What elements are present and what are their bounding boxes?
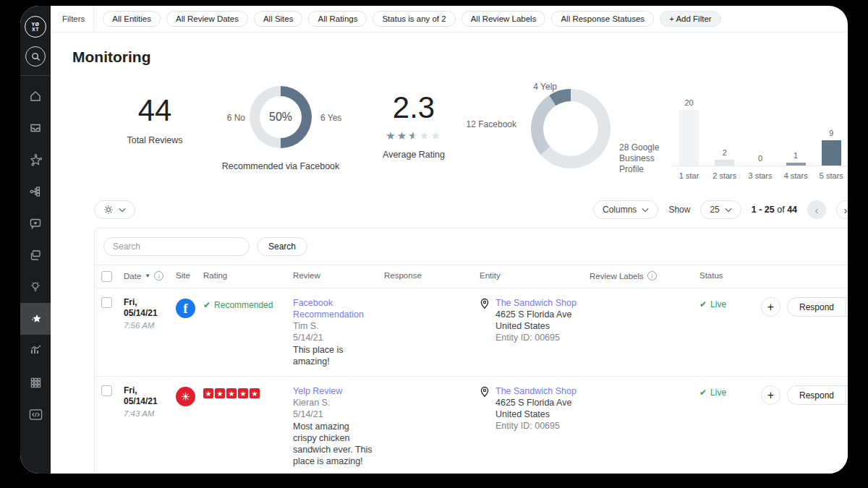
filter-chip-sites[interactable]: All Sites	[254, 11, 303, 27]
header-entity: Entity	[480, 271, 590, 280]
filter-chip-entities[interactable]: All Entities	[103, 11, 161, 27]
columns-label: Columns	[603, 205, 637, 215]
actions-cell: + Respond	[757, 385, 848, 405]
apps-grid-icon	[30, 377, 42, 389]
total-reviews-stat: 44 Total Reviews	[93, 93, 217, 145]
page-size-value: 25	[710, 205, 719, 215]
sidebar-search-button[interactable]	[25, 46, 46, 67]
average-rating-stars: ★★★★★★	[367, 129, 460, 142]
review-time: 7:43 AM	[124, 408, 176, 419]
filter-chip-status[interactable]: Status is any of 2	[373, 11, 455, 27]
add-label-button[interactable]: +	[761, 385, 780, 405]
bar-category-label: 3 stars	[742, 171, 778, 180]
entity-name-link[interactable]: The Sandwich Shop	[495, 297, 576, 309]
status-badge: Live	[710, 299, 726, 309]
header-status: Status	[699, 271, 757, 280]
sidebar-item-pages[interactable]	[20, 239, 51, 271]
check-icon: ✔	[699, 299, 707, 309]
inbox-icon	[29, 121, 42, 134]
filter-bar: Filters All Entities All Review Dates Al…	[51, 6, 848, 33]
sort-desc-icon: ▼	[145, 273, 150, 279]
sidebar-item-developer[interactable]	[20, 398, 51, 430]
search-input[interactable]	[103, 237, 250, 256]
filter-chip-review-labels[interactable]: All Review Labels	[461, 11, 546, 27]
filters-label: Filters	[62, 14, 85, 23]
respond-button[interactable]: Respond	[787, 385, 848, 405]
review-date: 5/14/21	[293, 332, 374, 343]
site-donut-hole	[543, 101, 598, 156]
recommended-no-label: 6 No	[213, 113, 245, 123]
table-settings-button[interactable]	[94, 200, 135, 219]
page-title: Monitoring	[72, 48, 848, 66]
hierarchy-icon	[29, 185, 42, 198]
next-page-button[interactable]: ›	[836, 200, 848, 219]
bar-category-label: 4 stars	[778, 171, 814, 180]
review-title-link[interactable]: Yelp Review	[293, 385, 374, 397]
filter-chip-response-statuses[interactable]: All Response Statuses	[551, 11, 654, 27]
respond-dropdown-button[interactable]	[846, 297, 848, 317]
sidebar-item-suggestions[interactable]	[20, 271, 51, 303]
bar: 20	[671, 98, 707, 166]
header-date[interactable]: Date ▼ i	[121, 271, 176, 281]
chevron-down-icon	[725, 207, 732, 213]
star-icon: ★★	[408, 129, 419, 142]
header-review-labels: Review Labels i	[590, 271, 699, 281]
check-icon: ✔	[699, 388, 707, 398]
entity-name-link[interactable]: The Sandwich Shop	[495, 385, 576, 397]
code-icon	[29, 408, 43, 421]
bar-category-label: 2 stars	[707, 171, 742, 180]
page-size-select[interactable]: 25	[700, 200, 741, 219]
respond-button[interactable]: Respond	[787, 297, 848, 317]
yext-logo-icon[interactable]: YØ XT	[25, 16, 46, 38]
pages-icon	[29, 249, 42, 262]
bar-category-label: 1 star	[671, 171, 707, 180]
header-rating: Rating	[203, 271, 293, 280]
table-controls: Columns Show 25 1 - 25 of 44 ‹ ›	[94, 200, 848, 219]
review-content: Most amazing crispy chicken sandwich eve…	[293, 421, 374, 467]
sidebar-item-apps[interactable]	[20, 367, 51, 398]
app-window: YØ XT	[20, 6, 848, 474]
sidebar-item-conversations[interactable]	[20, 207, 51, 239]
sidebar-item-home[interactable]	[20, 80, 51, 112]
date-info-icon[interactable]: i	[154, 271, 163, 281]
add-label-button[interactable]: +	[761, 297, 780, 317]
select-all-checkbox[interactable]	[101, 271, 112, 282]
bar-categories: 1 star2 stars3 stars4 stars5 stars	[671, 171, 848, 180]
sidebar-item-entities[interactable]	[20, 176, 51, 207]
respond-dropdown-button[interactable]	[846, 385, 848, 405]
columns-button[interactable]: Columns	[593, 200, 658, 219]
yelp-star-icon: ★	[238, 388, 248, 398]
filter-chip-review-dates[interactable]: All Review Dates	[166, 11, 248, 27]
logo-text: YØ	[31, 22, 39, 27]
review-title-link[interactable]: Facebook Recommendation	[293, 297, 374, 320]
row-checkbox[interactable]	[101, 385, 112, 396]
star-icon: ★	[386, 129, 396, 142]
search-button[interactable]: Search	[257, 237, 307, 256]
average-rating-stat: 2.3 ★★★★★★ Average Rating	[367, 90, 460, 160]
entity-cell: The Sandwich Shop 4625 S Florida Ave Uni…	[480, 297, 590, 343]
prev-page-button[interactable]: ‹	[807, 200, 826, 219]
table-header: Date ▼ i Site Rating Review Response Ent…	[95, 265, 848, 288]
filter-divider	[93, 6, 94, 33]
row-checkbox[interactable]	[101, 297, 112, 308]
sidebar-item-analytics[interactable]	[20, 335, 51, 367]
location-pin-icon	[480, 386, 490, 398]
sidebar-item-knowledge-graph[interactable]	[20, 144, 51, 176]
entity-cell: The Sandwich Shop 4625 S Florida Ave Uni…	[480, 385, 590, 432]
entity-address: 4625 S Florida Ave	[495, 309, 576, 320]
review-author: Tim S.	[293, 320, 374, 332]
add-filter-button[interactable]: + Add Filter	[660, 11, 721, 27]
knowledge-graph-icon	[29, 153, 43, 167]
date-cell: Fri,05/14/21 7:43 AM	[121, 385, 176, 419]
filter-chip-ratings[interactable]: All Ratings	[308, 11, 367, 27]
bar: 9	[814, 129, 848, 166]
sidebar-item-reviews[interactable]	[20, 303, 51, 335]
recommended-donut: 50%	[250, 86, 312, 148]
actions-cell: + Respond	[757, 297, 848, 317]
rating-yelp-stars: ★★★★★	[203, 388, 293, 398]
bar: 1	[778, 151, 814, 166]
review-cell: Facebook Recommendation Tim S. 5/14/21 T…	[293, 297, 384, 367]
review-labels-info-icon[interactable]: i	[647, 271, 657, 281]
star-icon: ★	[430, 129, 441, 142]
sidebar-item-inbox[interactable]	[20, 112, 51, 144]
